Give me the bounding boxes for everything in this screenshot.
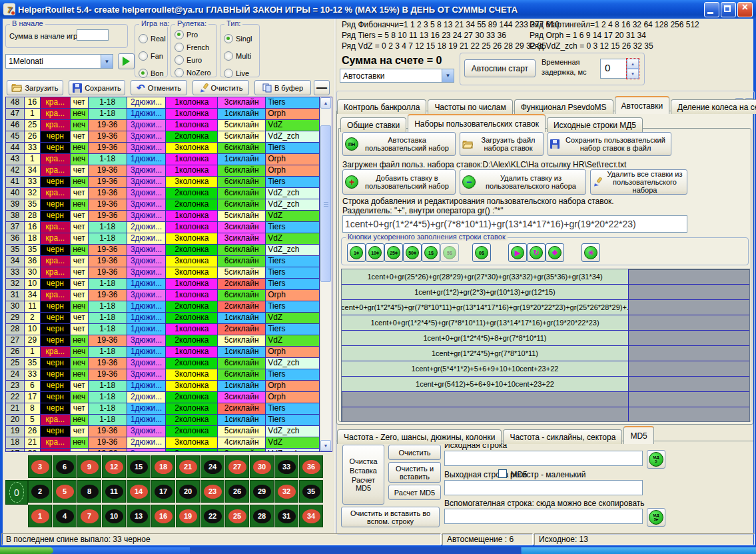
radio-euro[interactable]: Euro — [175, 55, 202, 65]
table-row[interactable]: 3535черннеч19-363дюжи...2колонка6сиклайн… — [6, 245, 320, 256]
tab-bottom-2[interactable]: Частота - сиклайны, сектора — [503, 429, 622, 444]
bet-list-item[interactable]: 1cent+gr(1*2)+gr(2*3)+gr(10*13)+gr(12*15… — [342, 285, 749, 300]
start-sum-input[interactable] — [77, 29, 109, 41]
table-row[interactable]: 3011черннеч1-181дюжи...2колонка2сиклайнT… — [6, 301, 320, 313]
radio-french[interactable]: French — [175, 43, 209, 52]
tab-main-4[interactable]: Автоставки — [615, 96, 670, 114]
table-row[interactable]: 4234кра...чет19-363дюжи...1колонка6сикла… — [6, 165, 320, 177]
board-cell-9[interactable]: 9 — [77, 455, 101, 478]
preset-combobox[interactable]: 1Melonati ▼ — [5, 54, 113, 69]
table-scrollbar[interactable]: ▲ ▼ — [320, 97, 332, 451]
pattern-icon[interactable]: ✳ — [581, 243, 600, 262]
board-cell-16[interactable]: 16 — [151, 505, 175, 527]
board-cell-0[interactable]: 0 — [5, 480, 28, 505]
board-cell-19[interactable]: 19 — [176, 505, 200, 527]
set-save-button[interactable]: Сохранить пользовательский набор ставок … — [548, 132, 671, 156]
board-cell-32[interactable]: 32 — [274, 480, 298, 503]
md5-calc-icon-button[interactable]: МД5 — [647, 450, 665, 469]
scroll-down-icon[interactable]: ▼ — [320, 440, 331, 451]
board-cell-30[interactable]: 30 — [250, 455, 274, 478]
toolbar-minus-button[interactable]: — — [314, 80, 330, 95]
toolbar-undo-button[interactable]: ↶Отменить — [131, 80, 187, 95]
bet-list-item[interactable]: 1cent+gr(1*2*4*5)+gr(7*8*10*11) — [342, 346, 749, 361]
spin-down-icon[interactable]: ▼ — [627, 69, 639, 79]
coin-1cent-button[interactable]: 1¢ — [347, 243, 366, 262]
board-cell-4[interactable]: 4 — [53, 505, 77, 527]
table-row[interactable]: 2729черннеч19-363дюжи...2колонка5сиклайн… — [6, 335, 320, 347]
coin-10cent-button[interactable]: 10¢ — [366, 243, 384, 262]
table-row[interactable]: 205кра...неч1-181дюжи...2колонка1сиклайн… — [6, 415, 320, 426]
edit-minus-circle-button[interactable]: −Удалить ставку из пользовательского наб… — [460, 169, 586, 195]
board-cell-7[interactable]: 7 — [77, 505, 101, 527]
radio-pro[interactable]: Pro — [175, 30, 198, 39]
delay-spinner[interactable]: 0 ▲▼ — [600, 59, 639, 79]
table-row[interactable]: 3935черннеч19-363дюжи...2колонка6сиклайн… — [6, 199, 320, 211]
table-row[interactable]: 4032кра...чет19-363дюжи...2колонка6сикла… — [6, 188, 320, 199]
scroll-up-icon[interactable]: ▲ — [320, 97, 331, 109]
bet-list-item[interactable]: 1cent+gr(5*4*1*2)+5+6+9+10+10cent+23+22 — [342, 361, 749, 377]
board-cell-15[interactable]: 15 — [127, 455, 151, 478]
table-row[interactable]: 3210чернчет1-181дюжи...1колонка2сиклайнT… — [6, 279, 320, 290]
board-cell-33[interactable]: 33 — [274, 455, 298, 478]
table-row[interactable]: 4133черннеч19-363дюжи...3колонка6сиклайн… — [6, 177, 320, 188]
board-cell-14[interactable]: 14 — [127, 480, 151, 503]
board-cell-2[interactable]: 2 — [28, 480, 52, 503]
board-cell-10[interactable]: 10 — [102, 505, 126, 527]
table-row[interactable]: 471кра...неч1-181дюжи...1колонка1сиклайн… — [6, 109, 320, 120]
chevron-down-icon[interactable]: ▼ — [442, 69, 454, 82]
table-row[interactable]: 292чернчет1-181дюжи...2колонка1сиклайнVd… — [6, 313, 320, 324]
board-cell-31[interactable]: 31 — [274, 505, 298, 527]
radio-live[interactable]: Live — [224, 69, 249, 78]
board-cell-6[interactable]: 6 — [53, 455, 77, 478]
tab-main-2[interactable]: Частоты по числам — [428, 99, 512, 114]
table-row[interactable]: 3716кра...чет1-182дюжи...1колонка3сиклай… — [6, 222, 320, 233]
tab-main-3[interactable]: Функционал PsevdoMS — [514, 99, 613, 114]
edit-plus-button[interactable]: +Добавить ставку в пользовательский набо… — [342, 169, 456, 195]
board-cell-1[interactable]: 1 — [28, 505, 52, 527]
board-cell-27[interactable]: 27 — [225, 455, 249, 478]
table-row[interactable]: 236чернчет1-181дюжи...3колонка1сиклайнOr… — [6, 381, 320, 392]
table-row[interactable]: 1821кра...неч19-362дюжи...3колонка4сикла… — [6, 437, 320, 449]
run-preset-button[interactable] — [118, 53, 135, 69]
table-row[interactable]: 1926чернчет19-363дюжи...2колонка5сиклайн… — [6, 426, 320, 437]
board-cell-34[interactable]: 34 — [299, 505, 323, 527]
tab-sub-2[interactable]: Наборы пользовательских ставок — [408, 114, 546, 132]
mode-combobox[interactable]: Автоставки ▼ — [340, 69, 454, 83]
table-row[interactable]: 218чернчет1-181дюжи...2колонка2сиклайнTi… — [6, 403, 320, 415]
table-row[interactable]: 4526чернчет19-363дюжи...2колонка5сиклайн… — [6, 131, 320, 143]
table-row[interactable]: 3134кра...чет19-363дюжи...1колонка6сикла… — [6, 290, 320, 301]
table-row[interactable]: 3436кра...чет19-363дюжи...3колонка6сикла… — [6, 256, 320, 267]
board-cell-36[interactable]: 36 — [299, 455, 323, 478]
scrollbar-thumb[interactable] — [320, 125, 331, 282]
bet-list-item[interactable]: 1cent+gr(5412)+5+6+9+10+10cent+23+22 — [342, 377, 749, 392]
table-row[interactable]: 1732кра...чет19-363дюжи...2колонка6сикла… — [6, 449, 320, 451]
toolbar-brush-button[interactable]: Очистить — [192, 80, 249, 95]
board-cell-23[interactable]: 23 — [200, 480, 224, 503]
toolbar-save-button[interactable]: Сохранить — [69, 80, 125, 95]
taskbar-task-button[interactable] — [190, 547, 521, 554]
out-string-input[interactable] — [444, 480, 643, 495]
table-row[interactable]: 3828чернчет19-363дюжи...1колонка5сиклайн… — [6, 211, 320, 222]
table-row[interactable]: 2535черннеч19-363дюжи...2колонка6сиклайн… — [6, 358, 320, 369]
tab-bottom-1[interactable]: Частота - Zero, шансы, дюжины, колонки — [337, 429, 502, 444]
board-cell-13[interactable]: 13 — [127, 505, 151, 527]
tab-sub-1[interactable]: Общие ставки — [340, 117, 406, 132]
radio-fan[interactable]: Fan — [139, 51, 163, 61]
spin-up-icon[interactable]: ▲ — [627, 59, 639, 69]
table-row[interactable]: 3330кра...чет19-363дюжи...3колонка5сикла… — [6, 267, 320, 279]
coin-0dollar-button[interactable]: 0$ — [472, 243, 491, 262]
set-open-folder-button[interactable]: Загрузить файл набора ставок — [460, 132, 544, 156]
board-cell-29[interactable]: 29 — [250, 480, 274, 503]
board-cell-28[interactable]: 28 — [250, 505, 274, 527]
tab-main-5[interactable]: Деление колеса на сектора — [671, 99, 756, 114]
play-icon[interactable]: ▶ — [508, 243, 527, 262]
board-cell-17[interactable]: 17 — [151, 480, 175, 503]
set-autobet-button[interactable]: ПНАвтоставка пользовательский набор — [342, 132, 456, 156]
start-button[interactable] — [0, 547, 53, 554]
maximize-button[interactable] — [721, 2, 736, 17]
bet-list-item[interactable]: 1cent+0+gr(1*2*4*5)+gr(7*8*10*11)+gr(13*… — [342, 315, 749, 331]
coin-1dollar-button[interactable]: 1$ — [422, 243, 440, 262]
tab-bottom-3[interactable]: MD5 — [623, 426, 653, 444]
table-row[interactable]: 261кра...неч1-181дюжи...1колонка1сиклайн… — [6, 347, 320, 358]
board-cell-21[interactable]: 21 — [176, 455, 200, 478]
